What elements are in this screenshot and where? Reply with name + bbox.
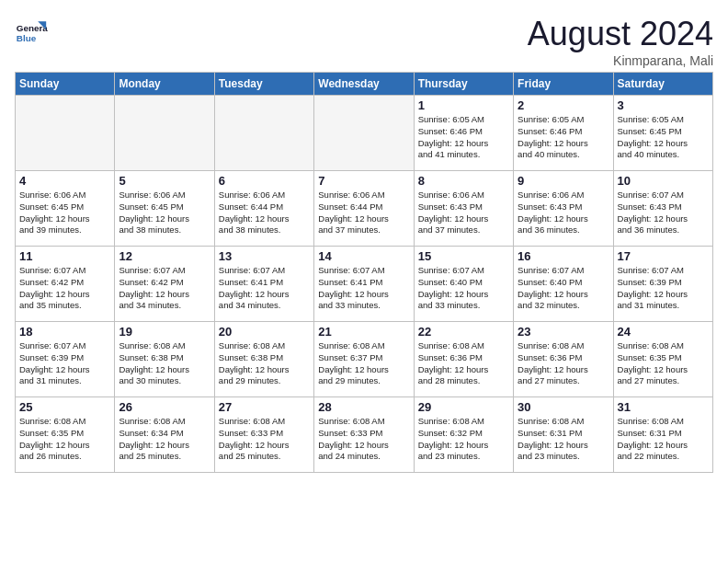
calendar-cell: 7Sunrise: 6:06 AM Sunset: 6:44 PM Daylig… — [314, 171, 414, 247]
calendar-cell: 9Sunrise: 6:06 AM Sunset: 6:43 PM Daylig… — [514, 171, 613, 247]
location: Kinmparana, Mali — [528, 53, 713, 68]
calendar-table: SundayMondayTuesdayWednesdayThursdayFrid… — [15, 72, 713, 473]
day-info: Sunrise: 6:08 AM Sunset: 6:31 PM Dayligh… — [618, 416, 709, 463]
day-number: 26 — [119, 400, 210, 414]
calendar-cell: 4Sunrise: 6:06 AM Sunset: 6:45 PM Daylig… — [16, 171, 115, 247]
day-info: Sunrise: 6:05 AM Sunset: 6:45 PM Dayligh… — [618, 114, 709, 161]
weekday-header-thursday: Thursday — [414, 73, 513, 96]
calendar-cell: 30Sunrise: 6:08 AM Sunset: 6:31 PM Dayli… — [514, 397, 613, 473]
day-number: 3 — [618, 98, 709, 112]
day-info: Sunrise: 6:06 AM Sunset: 6:43 PM Dayligh… — [518, 190, 609, 236]
day-number: 28 — [318, 400, 409, 414]
calendar-cell: 31Sunrise: 6:08 AM Sunset: 6:31 PM Dayli… — [613, 397, 712, 473]
week-row-1: 1Sunrise: 6:05 AM Sunset: 6:46 PM Daylig… — [16, 96, 713, 171]
day-number: 23 — [518, 325, 609, 339]
day-number: 10 — [618, 174, 709, 188]
day-number: 11 — [19, 249, 110, 263]
calendar-cell: 20Sunrise: 6:08 AM Sunset: 6:38 PM Dayli… — [214, 322, 313, 397]
day-info: Sunrise: 6:08 AM Sunset: 6:31 PM Dayligh… — [518, 416, 609, 463]
calendar-cell: 23Sunrise: 6:08 AM Sunset: 6:36 PM Dayli… — [514, 322, 613, 397]
day-info: Sunrise: 6:07 AM Sunset: 6:41 PM Dayligh… — [318, 265, 409, 312]
calendar-cell: 3Sunrise: 6:05 AM Sunset: 6:45 PM Daylig… — [613, 96, 712, 171]
week-row-5: 25Sunrise: 6:08 AM Sunset: 6:35 PM Dayli… — [16, 397, 713, 473]
calendar-cell: 11Sunrise: 6:07 AM Sunset: 6:42 PM Dayli… — [16, 247, 115, 322]
day-number: 25 — [19, 400, 110, 414]
calendar-cell: 2Sunrise: 6:05 AM Sunset: 6:46 PM Daylig… — [514, 96, 613, 171]
day-number: 13 — [219, 249, 310, 263]
day-info: Sunrise: 6:08 AM Sunset: 6:36 PM Dayligh… — [518, 340, 609, 387]
day-number: 9 — [518, 174, 609, 188]
day-info: Sunrise: 6:08 AM Sunset: 6:38 PM Dayligh… — [219, 340, 310, 387]
day-number: 29 — [418, 400, 509, 414]
day-info: Sunrise: 6:06 AM Sunset: 6:44 PM Dayligh… — [219, 190, 310, 236]
day-number: 12 — [119, 249, 210, 263]
day-number: 16 — [518, 249, 609, 263]
week-row-2: 4Sunrise: 6:06 AM Sunset: 6:45 PM Daylig… — [16, 171, 713, 247]
calendar-cell: 26Sunrise: 6:08 AM Sunset: 6:34 PM Dayli… — [115, 397, 214, 473]
calendar-cell: 10Sunrise: 6:07 AM Sunset: 6:43 PM Dayli… — [613, 171, 712, 247]
day-number: 21 — [318, 325, 409, 339]
weekday-header-sunday: Sunday — [16, 73, 115, 96]
calendar-cell: 19Sunrise: 6:08 AM Sunset: 6:38 PM Dayli… — [115, 322, 214, 397]
day-number: 30 — [518, 400, 609, 414]
calendar-cell: 27Sunrise: 6:08 AM Sunset: 6:33 PM Dayli… — [214, 397, 313, 473]
day-number: 22 — [418, 325, 509, 339]
day-info: Sunrise: 6:07 AM Sunset: 6:39 PM Dayligh… — [618, 265, 709, 312]
calendar-cell: 13Sunrise: 6:07 AM Sunset: 6:41 PM Dayli… — [214, 247, 313, 322]
weekday-header-friday: Friday — [514, 73, 613, 96]
calendar-cell — [314, 96, 414, 171]
day-info: Sunrise: 6:05 AM Sunset: 6:46 PM Dayligh… — [418, 114, 509, 161]
week-row-4: 18Sunrise: 6:07 AM Sunset: 6:39 PM Dayli… — [16, 322, 713, 397]
calendar-cell: 25Sunrise: 6:08 AM Sunset: 6:35 PM Dayli… — [16, 397, 115, 473]
day-info: Sunrise: 6:06 AM Sunset: 6:43 PM Dayligh… — [418, 190, 509, 236]
logo: General Blue — [15, 15, 48, 48]
day-number: 2 — [518, 98, 609, 112]
day-number: 8 — [418, 174, 509, 188]
day-info: Sunrise: 6:08 AM Sunset: 6:35 PM Dayligh… — [19, 416, 110, 463]
weekday-header-row: SundayMondayTuesdayWednesdayThursdayFrid… — [16, 73, 713, 96]
day-info: Sunrise: 6:08 AM Sunset: 6:37 PM Dayligh… — [318, 340, 409, 387]
day-info: Sunrise: 6:07 AM Sunset: 6:42 PM Dayligh… — [19, 265, 110, 312]
calendar-cell: 16Sunrise: 6:07 AM Sunset: 6:40 PM Dayli… — [514, 247, 613, 322]
calendar-cell: 24Sunrise: 6:08 AM Sunset: 6:35 PM Dayli… — [613, 322, 712, 397]
day-info: Sunrise: 6:08 AM Sunset: 6:32 PM Dayligh… — [418, 416, 509, 463]
calendar-cell: 8Sunrise: 6:06 AM Sunset: 6:43 PM Daylig… — [414, 171, 513, 247]
day-number: 14 — [318, 249, 409, 263]
calendar-cell: 14Sunrise: 6:07 AM Sunset: 6:41 PM Dayli… — [314, 247, 414, 322]
day-info: Sunrise: 6:06 AM Sunset: 6:44 PM Dayligh… — [318, 190, 409, 236]
weekday-header-saturday: Saturday — [613, 73, 712, 96]
calendar-cell: 5Sunrise: 6:06 AM Sunset: 6:45 PM Daylig… — [115, 171, 214, 247]
day-info: Sunrise: 6:08 AM Sunset: 6:35 PM Dayligh… — [618, 340, 709, 387]
day-number: 5 — [119, 174, 210, 188]
day-number: 6 — [219, 174, 310, 188]
day-info: Sunrise: 6:07 AM Sunset: 6:43 PM Dayligh… — [618, 190, 709, 236]
month-title: August 2024 — [528, 15, 713, 53]
week-row-3: 11Sunrise: 6:07 AM Sunset: 6:42 PM Dayli… — [16, 247, 713, 322]
calendar-cell: 1Sunrise: 6:05 AM Sunset: 6:46 PM Daylig… — [414, 96, 513, 171]
svg-text:Blue: Blue — [17, 33, 37, 43]
day-number: 31 — [618, 400, 709, 414]
day-info: Sunrise: 6:08 AM Sunset: 6:33 PM Dayligh… — [219, 416, 310, 463]
day-info: Sunrise: 6:07 AM Sunset: 6:39 PM Dayligh… — [19, 340, 110, 387]
day-info: Sunrise: 6:08 AM Sunset: 6:38 PM Dayligh… — [119, 340, 210, 387]
day-number: 18 — [19, 325, 110, 339]
day-info: Sunrise: 6:07 AM Sunset: 6:41 PM Dayligh… — [219, 265, 310, 312]
day-number: 24 — [618, 325, 709, 339]
day-number: 7 — [318, 174, 409, 188]
calendar-cell: 15Sunrise: 6:07 AM Sunset: 6:40 PM Dayli… — [414, 247, 513, 322]
day-info: Sunrise: 6:08 AM Sunset: 6:34 PM Dayligh… — [119, 416, 210, 463]
calendar-cell: 12Sunrise: 6:07 AM Sunset: 6:42 PM Dayli… — [115, 247, 214, 322]
logo-icon: General Blue — [15, 15, 48, 48]
calendar-cell — [214, 96, 313, 171]
weekday-header-wednesday: Wednesday — [314, 73, 414, 96]
day-info: Sunrise: 6:08 AM Sunset: 6:36 PM Dayligh… — [418, 340, 509, 387]
day-info: Sunrise: 6:07 AM Sunset: 6:40 PM Dayligh… — [518, 265, 609, 312]
calendar-cell: 6Sunrise: 6:06 AM Sunset: 6:44 PM Daylig… — [214, 171, 313, 247]
day-info: Sunrise: 6:08 AM Sunset: 6:33 PM Dayligh… — [318, 416, 409, 463]
day-number: 15 — [418, 249, 509, 263]
day-info: Sunrise: 6:07 AM Sunset: 6:42 PM Dayligh… — [119, 265, 210, 312]
day-number: 4 — [19, 174, 110, 188]
day-number: 1 — [418, 98, 509, 112]
calendar-cell: 21Sunrise: 6:08 AM Sunset: 6:37 PM Dayli… — [314, 322, 414, 397]
calendar-cell: 17Sunrise: 6:07 AM Sunset: 6:39 PM Dayli… — [613, 247, 712, 322]
